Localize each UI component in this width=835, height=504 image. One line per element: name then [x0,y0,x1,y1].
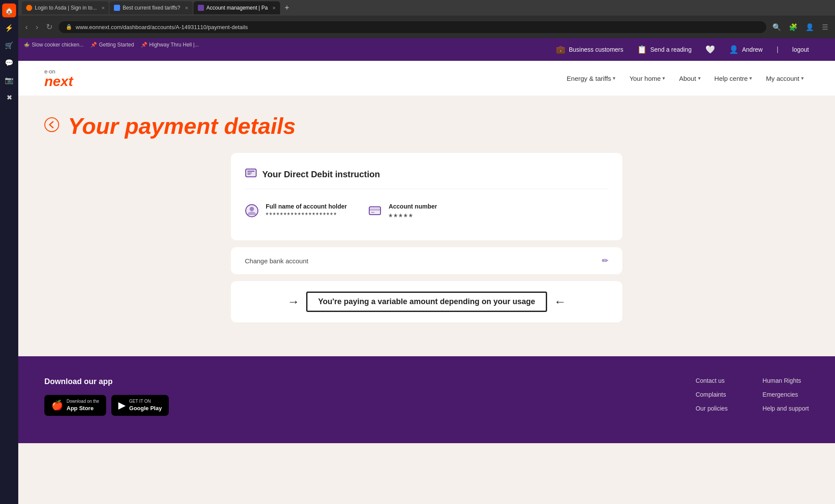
account-holder-info: Full name of account holder ************… [266,203,347,219]
bookmark-highway-label: Highway Thru Hell |... [149,42,199,48]
sidebar-messenger-icon[interactable]: 💬 [2,56,16,70]
pipe-divider: | [777,46,778,53]
sidebar-home-icon[interactable]: 🏠 [2,3,16,17]
tab-asda-label: Login to Asda | Sign in to... [35,5,97,11]
direct-debit-card: Your Direct Debit instruction Full name … [231,153,622,240]
bookmark-highway[interactable]: 📌 Highway Thru Hell |... [141,42,199,48]
play-store-label: GET IT ON [129,399,151,404]
tab-account[interactable]: Account management | Pa ✕ [194,1,280,14]
business-customers-link[interactable]: 💼 Business customers [556,45,623,54]
account-number-detail: Account number ***** [368,203,437,223]
footer-app-section: Download our app 🍎 Download on the App S… [44,377,169,416]
tab-asda-favicon [26,5,32,11]
nav-about[interactable]: About ▾ [674,71,705,86]
tab-asda-close[interactable]: ✕ [101,6,105,10]
complaints-link[interactable]: Complaints [695,391,728,398]
footer-col-2: Human Rights Emergencies Help and suppor… [762,377,809,416]
nav-my-account[interactable]: My account ▾ [761,71,809,86]
tab-account-label: Account management | Pa [207,5,268,11]
bookmark-chicken[interactable]: 🍲 Slow cooker chicken... [23,42,84,48]
nav-home-chevron: ▾ [662,75,665,81]
nav-about-label: About [679,75,696,82]
account-holder-value: ******************** [266,212,347,219]
variable-payment-banner: → You're paying a variable amount depend… [231,281,622,322]
svg-rect-9 [369,209,381,211]
play-store-badge[interactable]: ▶ GET IT ON Google Play [111,395,169,416]
forward-browser-button[interactable]: › [34,21,40,33]
bookmark-started-icon: 📌 [90,42,97,48]
footer-links: Contact us Complaints Our policies Human… [204,377,809,416]
search-icon[interactable]: 🔍 [771,21,783,33]
tab-account-close[interactable]: ✕ [272,6,276,10]
svg-rect-10 [371,212,374,213]
bookmark-started-label: Getting Started [99,42,134,48]
tab-tariffs[interactable]: Best current fixed tariffs? ✕ [110,1,193,14]
page-content: Your payment details Your Direct Debit i… [18,96,835,356]
extensions-icon[interactable]: 🧩 [787,21,799,33]
nav-help-centre[interactable]: Help centre ▾ [709,71,758,86]
reload-button[interactable]: ↻ [44,20,54,33]
nav-help-chevron: ▾ [749,75,752,81]
account-holder-detail: Full name of account holder ************… [245,203,347,221]
reading-label: Send a reading [650,46,691,53]
back-button[interactable] [44,117,59,135]
play-store-name: Google Play [129,405,162,412]
variable-payment-text-box: You're paying a variable amount dependin… [306,292,547,312]
tab-account-favicon [198,5,204,11]
direct-debit-icon [245,167,257,182]
url-text: www.eonnext.com/dashboard/accounts/A-149… [76,24,248,30]
sidebar-app-icon[interactable]: ⚡ [2,21,16,35]
browser-tabs: Login to Asda | Sign in to... ✕ Best cur… [18,0,835,16]
person-icon [245,204,259,221]
main-wrapper: Login to Asda | Sign in to... ✕ Best cur… [18,0,835,443]
main-navigation: e·on next Energy & tariffs ▾ Your home ▾… [18,61,835,96]
app-store-badge[interactable]: 🍎 Download on the App Store [44,395,106,416]
change-bank-account-row[interactable]: Change bank account ✏ [231,247,622,274]
account-icon: 👤 [729,45,738,54]
nav-home-label: Your home [629,75,661,82]
eon-next-logo[interactable]: e·on next [44,69,73,88]
account-details: Full name of account holder ************… [245,199,608,226]
tab-asda[interactable]: Login to Asda | Sign in to... ✕ [22,1,109,14]
nav-energy-tariffs[interactable]: Energy & tariffs ▾ [561,71,621,86]
emergencies-link[interactable]: Emergencies [762,391,809,398]
send-reading-link[interactable]: 📋 Send a reading [637,45,691,54]
play-icon: ▶ [118,400,126,411]
footer-content: Download our app 🍎 Download on the App S… [44,377,809,416]
business-label: Business customers [569,46,623,53]
edit-pencil-icon[interactable]: ✏ [602,256,608,265]
profile-icon[interactable]: 👤 [804,21,816,33]
help-support-link[interactable]: Help and support [762,405,809,412]
logout-link[interactable]: logout [792,46,809,53]
svg-point-0 [45,118,59,132]
human-rights-link[interactable]: Human Rights [762,377,809,384]
logo-next-text: next [44,74,73,88]
sidebar-instagram-icon[interactable]: 📷 [2,73,16,87]
new-tab-button[interactable]: + [281,2,293,14]
account-number-value: ***** [389,212,437,223]
card-title: Your Direct Debit instruction [245,167,608,189]
business-icon: 💼 [556,45,565,54]
address-box[interactable]: 🔒 www.eonnext.com/dashboard/accounts/A-1… [59,21,766,33]
sidebar-x-icon[interactable]: ✖ [2,90,16,104]
account-holder-label: Full name of account holder [266,203,347,210]
nav-about-chevron: ▾ [698,75,701,81]
app-badges: 🍎 Download on the App Store ▶ GET IT ON … [44,395,169,416]
sidebar-shop-icon[interactable]: 🛒 [2,38,16,52]
back-browser-button[interactable]: ‹ [23,21,30,33]
page-header: Your payment details [44,113,809,139]
footer-app-title: Download our app [44,377,169,386]
browser-chrome: Login to Asda | Sign in to... ✕ Best cur… [18,0,835,38]
bookmark-started[interactable]: 📌 Getting Started [90,42,134,48]
bookmark-highway-icon: 📌 [141,42,147,48]
tab-tariffs-close[interactable]: ✕ [185,6,188,10]
nav-your-home[interactable]: Your home ▾ [624,71,670,86]
policies-link[interactable]: Our policies [695,405,728,412]
footer: Download our app 🍎 Download on the App S… [18,356,835,443]
nav-account-label: My account [766,75,799,82]
account-link[interactable]: 👤 Andrew [729,45,762,54]
account-name-label: Andrew [742,46,762,53]
heart-link[interactable]: 🤍 [705,45,715,54]
contact-us-link[interactable]: Contact us [695,377,728,384]
menu-icon[interactable]: ☰ [820,21,830,33]
